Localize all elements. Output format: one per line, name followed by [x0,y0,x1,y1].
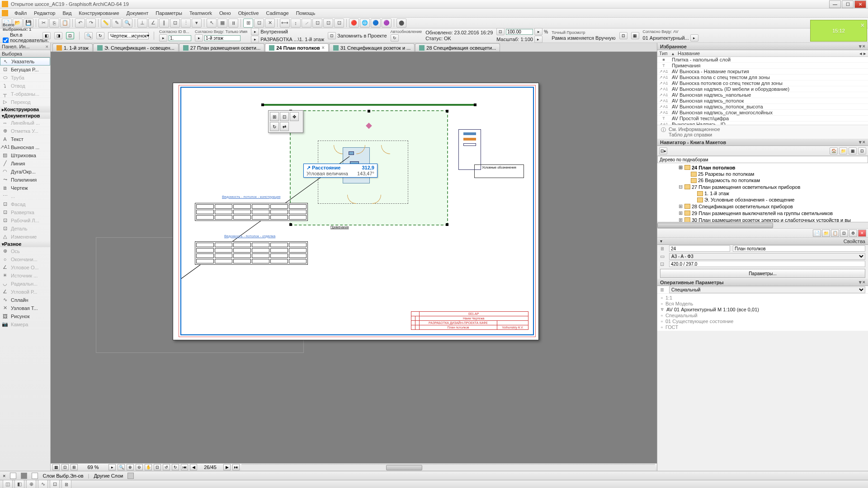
clock-close-icon[interactable]: × [861,22,864,29]
tool-spline[interactable]: ∿Сплайн [0,296,50,304]
toolbox-group-more[interactable]: ▾ Разное [0,241,50,247]
render1-button[interactable]: 🔴 [349,19,359,28]
nav-layout-icon[interactable]: ▦ [849,147,857,155]
toolbox-group-document[interactable]: ▾ Документиров [0,113,50,119]
horizontal-scrollbar[interactable] [241,464,655,470]
tab-spec-light[interactable]: Э. Спецификация - освещен... [93,43,179,52]
render3-button[interactable]: 🔵 [371,19,381,28]
nav2-icon[interactable]: ◨ [54,32,62,39]
pet-mirror-icon[interactable]: ⇄ [280,122,289,131]
layer-swatch4[interactable] [127,473,134,479]
bt5-icon[interactable]: ⊡ [50,480,60,488]
refresh-icon[interactable]: ↻ [96,32,104,39]
tool-figure[interactable]: 🖼Рисунок [0,312,50,320]
pet-palette[interactable]: ⊞ ⊡ ✥ ↻ ⇄ [268,110,303,133]
bt4-icon[interactable]: ∿ [38,480,48,488]
magnify-icon[interactable]: 🔍 [85,32,93,39]
tool-fill[interactable]: ▨Штриховка [0,151,50,160]
redo-button[interactable]: ↷ [86,19,96,28]
favorite-item[interactable]: ↗A1AV Выносная надпись_слои_многослойных [657,110,868,116]
dim4-button[interactable]: ⊡ [312,19,322,28]
tab-ceiling-plan[interactable]: 24 План потолков× [265,43,328,52]
tool-polyline[interactable]: ⤳Полилиния [0,176,50,184]
dim1-button[interactable]: ⟷ [280,19,290,28]
op-param-item[interactable]: ▫01 Существующее состояние [657,318,868,324]
layer-swatch2[interactable] [21,473,27,479]
cut-button[interactable]: ✂ [38,19,48,28]
tab-light-spec2[interactable]: 28 Спецификация освещети... [415,43,500,52]
dim5-button[interactable]: ⊡ [323,19,333,28]
tab-close-icon[interactable]: × [322,45,325,50]
snap6-button[interactable]: ▾ [192,19,202,28]
menu-edit[interactable]: Редактор [30,9,59,17]
menu-options[interactable]: Параметры [152,9,186,17]
properties-header[interactable]: ▾ Свойства [657,238,868,245]
op-param-item[interactable]: ▫ГОСТ [657,324,868,330]
panel-close-icon[interactable]: × [863,43,865,49]
menu-cadimage[interactable]: Cadimage [262,9,292,17]
navigator-tree[interactable]: ⊞24 План потолков25 Разрезы по потолкам2… [657,163,868,222]
snap4-button[interactable]: ⊡ [170,19,180,28]
navigator-filter[interactable]: Дерево по поднаборам [657,156,868,163]
menu-help[interactable]: Помощь [292,9,319,17]
panel-menu-icon[interactable]: ▾ [859,43,862,49]
id-input[interactable] [169,35,191,41]
layout-name-input[interactable] [733,245,865,252]
size-input[interactable] [669,261,865,267]
arrow-button[interactable]: ↖ [207,19,217,28]
id-mode-icon[interactable]: ▸ [159,34,167,42]
drawing-dropdown[interactable]: Чертеж...исунок▾ [108,32,149,39]
menu-view[interactable]: Вид [59,9,75,17]
layout-id-input[interactable] [669,245,730,252]
dim2-button[interactable]: ↕ [291,19,301,28]
render2-button[interactable]: 🌐 [360,19,370,28]
tree-item[interactable]: ⊞28 Спецификация осветительных приборов [658,203,867,210]
bt6-icon[interactable]: 🗎 [61,480,71,488]
op-param-item[interactable]: ▫Специальный [657,312,868,318]
undo-button[interactable]: ↶ [75,19,85,28]
parameters-button[interactable]: Параметры... [660,269,865,278]
last-page-icon[interactable]: ⏭ [232,464,240,470]
measure-button[interactable]: 📏 [101,19,111,28]
layer-swatch3[interactable] [32,473,38,479]
layer-swatch1[interactable] [10,473,16,479]
tool-bend[interactable]: ⤵Отвод [0,82,50,90]
maximize-button[interactable]: ☐ [842,0,854,8]
tree-new2-icon[interactable]: 📁 [822,230,830,237]
bt2-icon[interactable]: ◧ [14,480,24,488]
nav-folder-icon[interactable]: 📁 [839,147,847,155]
close-button[interactable]: ✕ [854,0,866,8]
snap5-button[interactable]: ⋮ [181,19,191,28]
favorite-item[interactable]: ↗A1AV Выноска пола с спец текстом для зо… [657,75,868,80]
include-checkbox[interactable] [3,38,9,43]
paste-button[interactable]: 📋 [60,19,70,28]
nav-mode-icon[interactable]: ⊡▸ [659,147,667,155]
view-button[interactable]: ⊡ [254,19,264,28]
menu-design[interactable]: Конструирование [75,9,123,17]
find-button[interactable]: 🔍 [123,19,132,28]
suspend-button[interactable]: ⏸ [228,19,238,28]
edit-button[interactable]: ✎ [112,19,122,28]
tree-item[interactable]: 26 Ведомость по потолкам [658,177,867,183]
tab-floor[interactable]: 1. 1-й этаж [52,43,93,52]
tool-text[interactable]: АТекст [0,135,50,143]
menu-document[interactable]: Документ [123,9,152,17]
favorite-item[interactable]: ↗A1AV Выноска потолков со спец текстом д… [657,80,868,86]
op-param-select[interactable]: Специальный [669,286,865,293]
favorite-item[interactable]: ■Плитка - напольный слой [657,57,868,63]
nav-home-icon[interactable]: 🏠 [830,147,838,155]
tree-item[interactable]: 25 Разрезы по потолкам [658,171,867,177]
nav1-icon[interactable]: ◧ [42,32,51,39]
render4-button[interactable]: 🟣 [382,19,392,28]
next-page-icon[interactable]: ▶ [223,464,231,470]
favorite-item[interactable]: ↗A1AV Выносная надпись (ID мебели и обор… [657,86,868,92]
pet-move-icon[interactable]: ⊞ [270,112,279,121]
tree-item[interactable]: Э. Условные обозначения - освещение [658,197,867,203]
menu-teamwork[interactable]: Teamwork [186,9,216,17]
tree-scrollbar[interactable] [657,222,868,228]
tool-pipe[interactable]: ⬭Труба [0,74,50,82]
pet-drag-icon[interactable]: ✥ [290,112,299,121]
minimize-button[interactable]: — [829,0,841,8]
tool-marquee[interactable]: ⊡Бегущая Р... [0,66,50,74]
tree-item[interactable]: ⊞30 План размещения розеток электро и сл… [658,216,867,222]
